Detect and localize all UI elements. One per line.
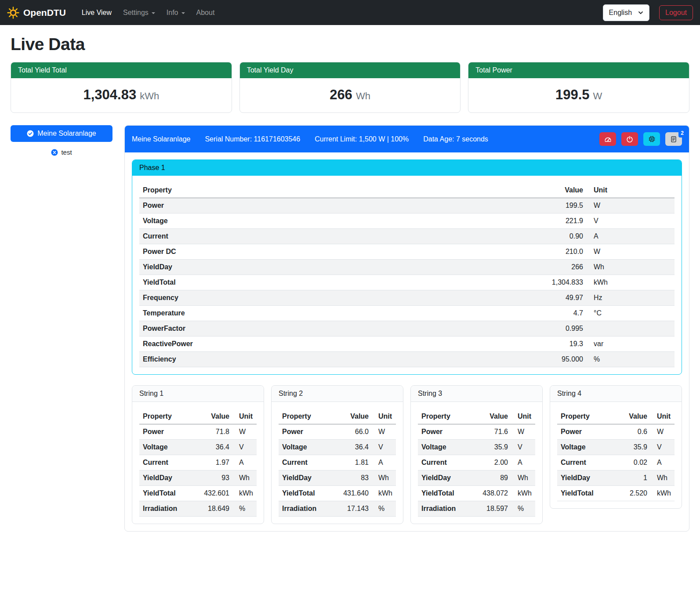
inverter-limit: Current Limit: 1,500 W | 100% [315,135,409,143]
summary-card-unit: W [593,90,602,101]
inverter-button-active[interactable]: Meine Solaranlage [11,125,112,142]
summary-card-total-yield-total: Total Yield Total 1,304.83kWh [11,62,232,113]
table-row: Power71.6W [418,424,535,440]
column-header-unit: Unit [587,183,675,198]
table-row: YieldTotal2.520kWh [557,486,675,501]
table-row: YieldDay93Wh [139,470,257,486]
value-cell: 71.6 [477,424,511,440]
phase-panel-title: Phase 1 [132,160,682,176]
table-row: Power0.6W [557,424,675,440]
table-row: Irradiation18.597% [418,501,535,517]
property-cell: Voltage [139,213,525,229]
property-cell: Voltage [139,440,199,455]
inverter-button-label: Meine Solaranlage [37,130,96,137]
value-cell: 49.97 [525,290,587,306]
summary-card-value: 199.5 [555,87,590,102]
logout-button[interactable]: Logout [659,5,693,20]
column-header-value: Value [199,409,233,424]
property-cell: Current [557,455,617,470]
phase-panel: Phase 1 Property Value Unit Power199.5WV… [132,159,682,375]
column-header-unit: Unit [511,409,535,424]
summary-card-title: Total Yield Total [11,62,232,78]
device-info-button[interactable] [643,132,660,146]
unit-cell: var [587,336,675,352]
table-row: Voltage35.9V [557,440,675,455]
property-cell: Current [139,229,525,244]
string-card-4: String 4 Property Value Unit [550,385,682,509]
limit-settings-button[interactable] [599,132,616,146]
unit-cell: A [511,455,535,470]
table-row: Voltage35.9V [418,440,535,455]
unit-cell: Hz [587,290,675,306]
nav-item-about[interactable]: About [191,5,220,20]
property-cell: YieldDay [418,470,477,486]
value-cell: 93 [199,470,233,486]
event-log-button[interactable]: 2 [665,132,682,146]
unit-cell: A [587,229,675,244]
property-cell: Irradiation [139,501,199,517]
nav-item-settings[interactable]: Settings [118,5,160,20]
unit-cell: % [372,501,396,517]
table-header-row: Property Value Unit [557,409,675,424]
event-count-badge: 2 [678,129,686,137]
property-cell: YieldTotal [139,486,199,501]
value-cell: 18.649 [199,501,233,517]
string-table: Property Value Unit Power66.0WVoltage36.… [279,409,396,517]
unit-cell: kWh [372,486,396,501]
property-cell: Voltage [418,440,477,455]
unit-cell: % [233,501,257,517]
value-cell: 0.02 [617,455,651,470]
table-header-row: Property Value Unit [279,409,396,424]
nav-item-label: About [196,9,215,17]
table-head: Property Value Unit [139,409,257,424]
table-row: Current0.02A [557,455,675,470]
unit-cell: Wh [587,260,675,275]
check-circle-icon [27,130,34,137]
table-row: YieldDay1Wh [557,470,675,486]
table-body: Power0.6WVoltage35.9VCurrent0.02AYieldDa… [557,424,675,501]
property-cell: Irradiation [418,501,477,517]
power-icon [626,136,633,143]
language-select[interactable]: English [603,4,649,21]
gauge-icon [604,135,612,143]
value-cell: 438.072 [477,486,511,501]
table-row: Power DC210.0W [139,244,675,260]
summary-card-value: 266 [330,87,352,102]
x-circle-icon [51,149,58,156]
value-cell: 221.9 [525,213,587,229]
value-cell: 17.143 [338,501,372,517]
property-cell: Efficiency [139,352,525,367]
table-body: Power71.8WVoltage36.4VCurrent1.97AYieldD… [139,424,257,517]
property-cell: Irradiation [279,501,338,517]
property-cell: YieldDay [139,260,525,275]
table-body: Power71.6WVoltage35.9VCurrent2.00AYieldD… [418,424,535,517]
inverter-item-test[interactable]: test [11,148,112,156]
inverter-card-header: Meine Solaranlage Serial Number: 1161716… [125,126,689,152]
cpu-chip-icon [648,135,656,143]
phase-panel-body: Property Value Unit Power199.5WVoltage22… [132,176,682,374]
power-toggle-button[interactable] [621,132,638,146]
property-cell: Power [418,424,477,440]
value-cell: 71.8 [199,424,233,440]
string-card-body: Property Value Unit Power66.0WVoltage36.… [272,402,403,524]
table-row: YieldDay266Wh [139,260,675,275]
brand[interactable]: OpenDTU [7,7,66,19]
unit-cell: °C [587,306,675,321]
value-cell: 2.520 [617,486,651,501]
nav-item-info[interactable]: Info [161,5,190,20]
table-row: YieldTotal431.640kWh [279,486,396,501]
value-cell: 19.3 [525,336,587,352]
brand-label: OpenDTU [23,7,66,18]
unit-cell: V [233,440,257,455]
table-row: Power71.8W [139,424,257,440]
table-row: Voltage36.4V [279,440,396,455]
table-row: Current2.00A [418,455,535,470]
value-cell: 18.597 [477,501,511,517]
unit-cell: A [233,455,257,470]
journal-list-icon [670,136,677,143]
nav-item-live-view[interactable]: Live View [76,5,117,20]
string-card-2: String 2 Property Value Unit [271,385,403,524]
table-header-row: Property Value Unit [139,183,675,198]
string-table: Property Value Unit Power0.6WVoltage35.9… [557,409,675,501]
column-header-property: Property [418,409,477,424]
